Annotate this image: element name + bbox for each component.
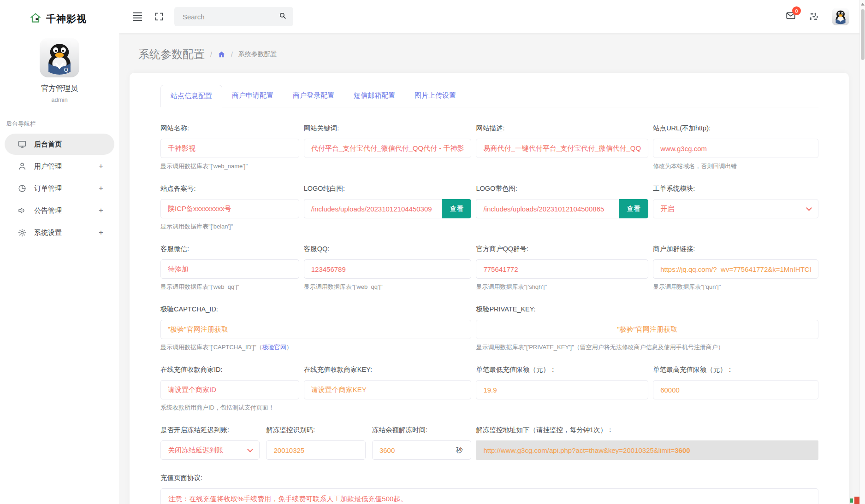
menu-toggle-icon[interactable] bbox=[133, 12, 142, 21]
field-group-link: 商户加群链接: https://jq.qq.com/?_wv=775641772… bbox=[653, 245, 818, 291]
beian-input[interactable]: 陕ICP备xxxxxxxxx号 bbox=[160, 199, 299, 218]
field-helper: 显示调用数据库表"['PRIVATE_KEY']"（留空用户将无法修改商户信息及… bbox=[476, 343, 818, 352]
fullscreen-icon[interactable] bbox=[154, 12, 164, 22]
private-key-input[interactable]: "极验"官网注册获取 bbox=[476, 320, 818, 339]
field-min-amount: 单笔最低充值限额（元）： 19.9 bbox=[476, 365, 648, 412]
search-box[interactable] bbox=[174, 7, 293, 26]
description-input[interactable]: 易商代付_一键代付平台_支付宝代付_微信代付_QQ bbox=[476, 139, 648, 158]
sidebar-item-settings[interactable]: 系统设置 + bbox=[5, 222, 114, 243]
field-freeze-delay: 是否开启冻结延迟到账: 关闭冻结延迟到账 bbox=[160, 426, 260, 460]
field-label: 充值页面协议: bbox=[160, 474, 818, 482]
tab-image-upload[interactable]: 图片上传设置 bbox=[405, 85, 466, 107]
field-freeze-time: 冻结余额解冻时间: 3600 秒 bbox=[372, 426, 471, 460]
field-label: 单笔最高充值限额（元）： bbox=[653, 365, 818, 374]
scrollbar-thumb[interactable] bbox=[861, 9, 865, 60]
sidebar-item-dashboard[interactable]: 后台首页 bbox=[5, 134, 114, 155]
field-label: 在线充值收款商家ID: bbox=[160, 365, 299, 374]
site-name-input[interactable]: 千神影视 bbox=[160, 139, 299, 158]
min-amount-input[interactable]: 19.9 bbox=[476, 380, 648, 399]
field-label: 网站描述: bbox=[476, 124, 648, 133]
qq-group-input[interactable]: 775641772 bbox=[476, 259, 648, 279]
sidebar-item-label: 系统设置 bbox=[34, 229, 62, 237]
geetest-link[interactable]: 极验官网 bbox=[262, 344, 286, 351]
sidebar-item-label: 用户管理 bbox=[34, 162, 62, 171]
field-label: 解冻监控地址如下（请挂监控，每分钟1次）： bbox=[476, 426, 818, 434]
settings-form: 网站名称: 千神影视 显示调用数据库表"['web_name']" 网站关键词:… bbox=[160, 124, 818, 504]
field-logo-white: LOGO纯白图: /includes/uploads/2023101210445… bbox=[304, 184, 472, 231]
sidebar-item-announcements[interactable]: 公告管理 + bbox=[5, 200, 114, 221]
plus-icon: + bbox=[99, 228, 103, 237]
freeze-time-input[interactable]: 3600 秒 bbox=[372, 440, 471, 460]
group-link-input[interactable]: https://jq.qq.com/?_wv=775641772&k=1MnIH… bbox=[653, 259, 818, 279]
gear-icon bbox=[18, 228, 27, 237]
field-qq: 客服QQ: 123456789 显示调用数据库表"['web_qq']" bbox=[304, 245, 472, 291]
agreement-textarea[interactable]: 注意：在线充值将收取%手续费用，免手续费可联系人工加款最低充值500起。 bbox=[160, 488, 818, 504]
sidebar-item-orders[interactable]: 订单管理 + bbox=[5, 178, 114, 199]
field-helper: 显示调用数据库表"['shqh']" bbox=[476, 283, 648, 291]
field-label: 在线充值收款商家KEY: bbox=[304, 365, 472, 374]
search-icon[interactable] bbox=[278, 12, 287, 22]
field-label: 是否开启冻结延迟到账: bbox=[160, 426, 260, 434]
mail-badge: 0 bbox=[792, 6, 801, 15]
field-label: 官方商户QQ群号: bbox=[476, 245, 648, 253]
merchant-id-input[interactable]: 请设置个商家ID bbox=[160, 380, 299, 399]
sidebar-section-label: 后台导航栏 bbox=[0, 103, 119, 133]
user-panel: Q 官方管理员 admin bbox=[0, 38, 119, 103]
scroll-up-arrow-icon[interactable] bbox=[861, 3, 865, 6]
field-keywords: 网站关键词: 代付平台_支付宝代付_微信代付_QQ代付 - 千神影 bbox=[304, 124, 472, 170]
tab-sms-email[interactable]: 短信邮箱配置 bbox=[344, 85, 405, 107]
mail-icon bbox=[786, 14, 796, 22]
speaker-icon bbox=[18, 206, 27, 215]
tab-merchant-apply[interactable]: 商户申请配置 bbox=[222, 85, 283, 107]
field-label: 单笔最低充值限额（元）： bbox=[476, 365, 648, 374]
sidebar-item-label: 订单管理 bbox=[34, 184, 62, 193]
mail-button[interactable]: 0 bbox=[786, 11, 796, 23]
field-site-name: 网站名称: 千神影视 显示调用数据库表"['web_name']" bbox=[160, 124, 299, 170]
brand[interactable]: 千神影视 bbox=[0, 0, 119, 26]
qq-input[interactable]: 123456789 bbox=[304, 259, 472, 279]
corner-green-widget bbox=[850, 498, 853, 503]
field-label: 冻结余额解冻时间: bbox=[372, 426, 471, 434]
logo-color-input[interactable]: /includes/uploads/20231012104500865 bbox=[476, 199, 619, 218]
field-max-amount: 单笔最高充值限额（元）： 60000 bbox=[653, 365, 818, 412]
search-input[interactable] bbox=[183, 13, 278, 21]
view-logo-white-button[interactable]: 查看 bbox=[442, 199, 471, 218]
max-amount-input[interactable]: 60000 bbox=[653, 380, 818, 399]
field-beian: 站点备案号: 陕ICP备xxxxxxxxx号 显示调用数据库表"['beian'… bbox=[160, 184, 299, 231]
field-helper: 系统收款所用商户ID，包括测试支付页面！ bbox=[160, 404, 299, 412]
field-label: 工单系统模块: bbox=[653, 184, 818, 193]
view-logo-color-button[interactable]: 查看 bbox=[619, 199, 648, 218]
keywords-input[interactable]: 代付平台_支付宝代付_微信代付_QQ代付 - 千神影 bbox=[304, 139, 472, 158]
breadcrumb: 系统参数配置 / / 系统参数配置 bbox=[130, 33, 849, 62]
tab-merchant-login[interactable]: 商户登录配置 bbox=[283, 85, 344, 107]
apps-icon[interactable] bbox=[809, 12, 819, 22]
topbar: 0 bbox=[119, 0, 865, 33]
logo-white-input[interactable]: /includes/uploads/20231012104450309 bbox=[304, 199, 442, 218]
ticket-module-select[interactable]: 开启 bbox=[653, 199, 818, 218]
page-title: 系统参数配置 bbox=[138, 47, 205, 62]
corner-red-widget[interactable] bbox=[854, 497, 859, 504]
site-url-input[interactable]: www.g3cg.com bbox=[653, 139, 818, 158]
field-merchant-key: 在线充值收款商家KEY: 请设置个商家KEY bbox=[304, 365, 472, 412]
captcha-id-input[interactable]: "极验"官网注册获取 bbox=[160, 320, 471, 339]
field-monitor-url: 解冻监控地址如下（请挂监控，每分钟1次）： http://www.g3cg.co… bbox=[476, 426, 818, 460]
profile-avatar[interactable] bbox=[832, 8, 849, 25]
tab-site-info[interactable]: 站点信息配置 bbox=[160, 85, 222, 107]
monitor-url-link[interactable]: http://www.g3cg.com/api.php?act=thaw&key… bbox=[483, 446, 675, 454]
home-icon[interactable] bbox=[218, 50, 225, 59]
page-scrollbar[interactable] bbox=[859, 0, 865, 504]
sidebar-item-users[interactable]: 用户管理 + bbox=[5, 156, 114, 177]
wechat-input[interactable]: 待添加 bbox=[160, 259, 299, 279]
pie-chart-icon bbox=[18, 184, 27, 193]
field-label: 商户加群链接: bbox=[653, 245, 818, 253]
user-icon bbox=[18, 162, 27, 171]
merchant-key-input[interactable]: 请设置个商家KEY bbox=[304, 380, 472, 399]
plus-icon: + bbox=[99, 184, 103, 193]
freeze-delay-select[interactable]: 关闭冻结延迟到账 bbox=[160, 440, 260, 460]
monitor-code-input[interactable]: 20010325 bbox=[266, 440, 365, 460]
field-monitor-code: 解冻监控识别码: 20010325 bbox=[266, 426, 365, 460]
breadcrumb-current: 系统参数配置 bbox=[238, 50, 277, 59]
field-captcha-id: 极验CAPTCHA_ID: "极验"官网注册获取 显示调用数据库表"['CAPT… bbox=[160, 305, 471, 352]
svg-text:Q: Q bbox=[64, 67, 68, 73]
user-avatar[interactable]: Q bbox=[40, 38, 79, 77]
